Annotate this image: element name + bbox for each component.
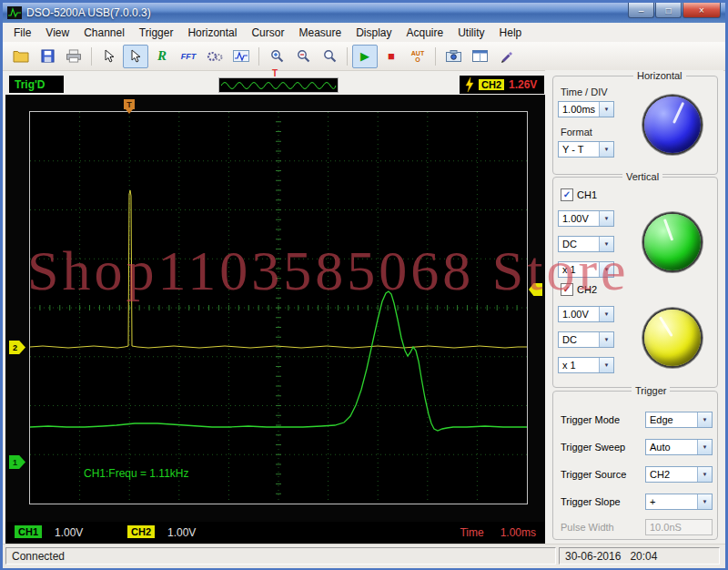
waveform-icon: [233, 50, 249, 62]
menu-utility[interactable]: Utility: [450, 25, 491, 41]
trigger-slope-select[interactable]: + ▼: [645, 494, 713, 510]
menu-trigger[interactable]: Trigger: [132, 25, 181, 41]
open-folder-icon: [13, 50, 29, 63]
ch2-probe-select[interactable]: x 1 ▼: [558, 357, 614, 373]
timebase-readout: Time 1.00ms: [460, 526, 536, 539]
dropdown-arrow-icon: ▼: [599, 102, 613, 117]
print-button[interactable]: [61, 45, 86, 68]
ch1-visible-checkbox[interactable]: ✓ CH1: [561, 188, 597, 201]
ch1-probe-select[interactable]: x 1 ▼: [558, 261, 614, 278]
save-icon: [41, 49, 55, 63]
trigger-group-title: Trigger: [632, 385, 670, 396]
zoom-out-button[interactable]: [290, 45, 316, 68]
zoom-out-icon: [297, 49, 310, 63]
trigger-level-marker[interactable]: [529, 283, 542, 296]
app-icon: [7, 6, 22, 19]
trigger-slope-value: +: [646, 494, 697, 509]
dso-application-window: DSO-5200A USB(7.0.0.3) – □ × File View C…: [0, 0, 728, 570]
preview-waveform-icon: [219, 78, 338, 92]
scope-area: T 2 1 CH1:Frequ = 1.11kHz CH1 1.00V CH2 …: [5, 95, 545, 544]
ch2-badge: CH2: [127, 525, 155, 538]
stop-button[interactable]: ■: [379, 45, 404, 68]
capture-icon: [446, 50, 461, 62]
trigger-source-select[interactable]: CH2 ▼: [645, 466, 713, 483]
ch1-volts-select[interactable]: 1.00V ▼: [558, 210, 614, 227]
ch1-coupling-select[interactable]: DC ▼: [558, 236, 614, 252]
menu-acquire[interactable]: Acquire: [399, 25, 451, 41]
ch2-volts-select[interactable]: 1.00V ▼: [558, 306, 614, 322]
fft-button[interactable]: FFT: [176, 45, 201, 68]
channel-info-bar: CH1 1.00V CH2 1.00V Time 1.00ms: [5, 522, 545, 544]
dropdown-arrow-icon: ▼: [599, 332, 613, 347]
trigger-position-marker[interactable]: T: [124, 99, 135, 109]
ch2-ground-marker[interactable]: 2: [9, 341, 25, 354]
horizontal-knob[interactable]: [644, 97, 701, 153]
trigger-level-value: 1.26V: [509, 78, 537, 91]
ch2-probe-value: x 1: [559, 358, 599, 372]
menu-cursor[interactable]: Cursor: [244, 25, 291, 41]
minimize-button[interactable]: –: [628, 3, 654, 18]
settings-button[interactable]: [202, 45, 228, 68]
trigger-mode-value: Edge: [646, 412, 697, 427]
capture-button[interactable]: [440, 45, 466, 68]
fft-icon: FFT: [181, 52, 197, 61]
trigger-sweep-select[interactable]: Auto ▼: [645, 439, 713, 455]
toolbar-separator: [258, 47, 259, 66]
dropdown-arrow-icon: ▼: [599, 237, 613, 251]
capture-preview[interactable]: [218, 77, 339, 93]
ch2-scale-value: 1.00V: [167, 526, 196, 539]
ch2-coupling-select[interactable]: DC ▼: [558, 331, 614, 348]
save-button[interactable]: [35, 45, 60, 68]
zoom-in-button[interactable]: [264, 45, 289, 68]
refresh-button[interactable]: R: [149, 45, 175, 68]
menu-file[interactable]: File: [6, 25, 38, 41]
ch2-position-knob[interactable]: [644, 310, 701, 366]
trigger-sweep-label: Trigger Sweep: [561, 442, 625, 453]
ch2-checkbox-label: CH2: [577, 284, 597, 295]
frequency-readout: CH1:Frequ = 1.11kHz: [84, 467, 189, 480]
waveform-view-button[interactable]: [228, 45, 254, 68]
trigger-channel-badge: CH2: [479, 79, 504, 90]
zoom-in-icon: [270, 49, 284, 63]
dropdown-arrow-icon: ▼: [697, 440, 712, 454]
trigger-group: Trigger Trigger Mode Edge ▼ Trigger Swee…: [552, 391, 718, 540]
pen-button[interactable]: [493, 45, 519, 68]
time-value: 1.00ms: [500, 526, 536, 539]
trigger-mode-label: Trigger Mode: [561, 414, 620, 425]
menu-view[interactable]: View: [38, 25, 76, 41]
toolbar: R FFT: [3, 42, 725, 71]
menu-display[interactable]: Display: [349, 25, 399, 41]
trigger-mode-select[interactable]: Edge ▼: [645, 412, 713, 428]
maximize-button[interactable]: □: [655, 3, 682, 18]
ch1-check-icon: ✓: [561, 188, 573, 201]
open-button[interactable]: [8, 45, 34, 68]
select-tool-button[interactable]: [123, 45, 148, 68]
title-bar[interactable]: DSO-5200A USB(7.0.0.3) – □ ×: [3, 3, 725, 23]
menu-horizontal[interactable]: Horizontal: [180, 25, 244, 41]
ch1-volts-value: 1.00V: [559, 211, 599, 226]
zoom-button[interactable]: [317, 45, 342, 68]
ch2-visible-checkbox[interactable]: ✓ CH2: [561, 283, 597, 296]
gears-icon: [207, 50, 223, 63]
trigger-slope-row: Trigger Slope + ▼: [561, 494, 713, 510]
menu-channel[interactable]: Channel: [76, 25, 132, 41]
pulse-width-input: 10.0nS: [645, 519, 713, 535]
ch1-coupling-value: DC: [559, 237, 599, 251]
connection-status: Connected: [5, 547, 556, 565]
cursor-tool-button[interactable]: [96, 45, 122, 68]
pulse-width-label: Pulse Width: [561, 522, 614, 533]
format-select[interactable]: Y - T ▼: [558, 141, 614, 158]
ch1-position-knob[interactable]: [644, 214, 701, 270]
pulse-width-value: 10.0nS: [650, 522, 682, 533]
menu-measure[interactable]: Measure: [291, 25, 349, 41]
display-windows-button[interactable]: [467, 45, 492, 68]
close-button[interactable]: ×: [682, 3, 721, 18]
trigger-source-value: CH2: [646, 467, 697, 482]
lightning-icon: [465, 77, 474, 92]
ch1-scale-value: 1.00V: [55, 526, 83, 539]
menu-help[interactable]: Help: [492, 25, 530, 41]
auto-setup-button[interactable]: AUTO: [405, 45, 430, 68]
ch1-ground-marker[interactable]: 1: [9, 455, 25, 469]
time-div-select[interactable]: 1.00ms ▼: [558, 101, 614, 117]
start-button[interactable]: ▶: [352, 45, 378, 68]
